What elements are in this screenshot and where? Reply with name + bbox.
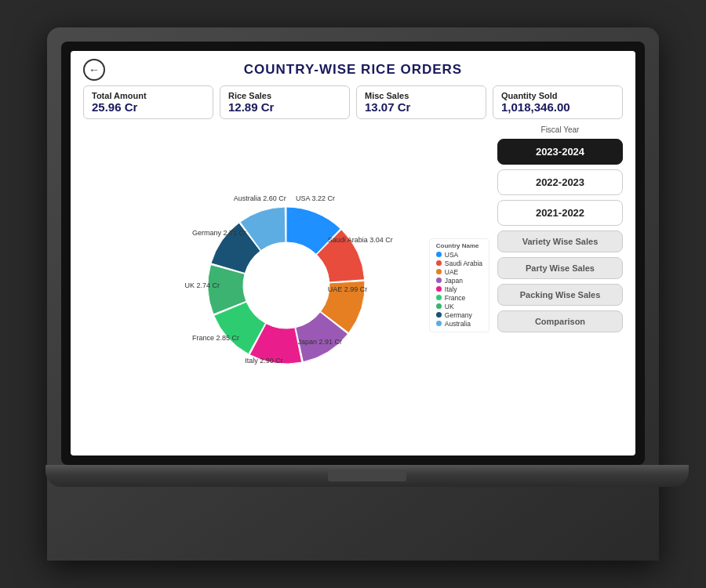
legend-item-uk: UK — [436, 303, 482, 310]
laptop-base — [45, 465, 689, 487]
legend-item-france: France — [436, 294, 482, 302]
legend-item-saudi: Saudi Arabia — [436, 260, 482, 267]
laptop-outer: ← COUNTRY-WISE RICE ORDERS Total Amount … — [47, 27, 659, 561]
legend-dot-uk — [436, 303, 442, 309]
comparison-button[interactable]: Comparison — [497, 310, 623, 332]
stat-rice-sales-value: 12.89 Cr — [228, 100, 341, 114]
legend-dot-france — [436, 295, 442, 300]
year-2023-2024-button[interactable]: 2023-2024 — [497, 139, 623, 165]
legend-dot-germany — [436, 312, 442, 318]
legend-dot-usa — [436, 252, 442, 257]
stats-row: Total Amount 25.96 Cr Rice Sales 12.89 C… — [83, 85, 623, 119]
legend-item-japan: Japan — [436, 277, 482, 285]
page-title: COUNTRY-WISE RICE ORDERS — [244, 62, 462, 78]
right-panel: Fiscal Year 2023-2024 2022-2023 2021-202… — [497, 125, 623, 445]
stat-total-amount-label: Total Amount — [92, 91, 205, 100]
screen-bezel: ← COUNTRY-WISE RICE ORDERS Total Amount … — [61, 42, 645, 465]
chart-area: Australia 2.60 Cr USA 3.22 Cr Saudi Arab… — [83, 125, 489, 445]
legend-dot-uae — [436, 269, 442, 274]
chart-legend: Country Name USA Saudi Arabia — [429, 238, 489, 332]
fiscal-year-label: Fiscal Year — [497, 125, 623, 134]
legend-dot-saudi — [436, 260, 442, 266]
stat-quantity-sold-label: Quantity Sold — [501, 91, 614, 100]
legend-item-usa: USA — [436, 251, 482, 259]
legend-dot-australia — [436, 321, 442, 326]
packing-wise-sales-button[interactable]: Packing Wise Sales — [497, 284, 623, 306]
stat-rice-sales: Rice Sales 12.89 Cr — [220, 85, 350, 119]
stat-total-amount: Total Amount 25.96 Cr — [83, 85, 213, 119]
back-button[interactable]: ← — [83, 59, 105, 81]
legend-item-germany: Germany — [436, 311, 482, 319]
legend-item-uae: UAE — [436, 268, 482, 276]
stat-rice-sales-label: Rice Sales — [228, 91, 341, 100]
trackpad[interactable] — [328, 470, 406, 481]
legend-dot-italy — [436, 286, 442, 292]
legend-item-australia: Australia — [436, 320, 482, 328]
legend-title: Country Name — [436, 242, 482, 249]
stat-quantity-sold: Quantity Sold 1,018,346.00 — [493, 85, 623, 119]
legend-item-italy: Italy — [436, 285, 482, 293]
party-wise-sales-button[interactable]: Party Wise Sales — [497, 257, 623, 279]
donut-svg — [192, 191, 380, 379]
stat-quantity-sold-value: 1,018,346.00 — [501, 100, 614, 114]
header-row: ← COUNTRY-WISE RICE ORDERS — [83, 62, 623, 78]
screen: ← COUNTRY-WISE RICE ORDERS Total Amount … — [71, 51, 635, 456]
stat-misc-sales-label: Misc Sales — [365, 91, 478, 100]
main-content: Australia 2.60 Cr USA 3.22 Cr Saudi Arab… — [83, 125, 623, 445]
stat-total-amount-value: 25.96 Cr — [92, 100, 205, 114]
year-2021-2022-button[interactable]: 2021-2022 — [497, 200, 623, 226]
dashboard: ← COUNTRY-WISE RICE ORDERS Total Amount … — [83, 62, 623, 445]
variety-wise-sales-button[interactable]: Variety Wise Sales — [497, 230, 623, 252]
year-2022-2023-button[interactable]: 2022-2023 — [497, 169, 623, 195]
donut-chart: Australia 2.60 Cr USA 3.22 Cr Saudi Arab… — [192, 191, 380, 379]
stat-misc-sales: Misc Sales 13.07 Cr — [356, 85, 486, 119]
legend-dot-japan — [436, 278, 442, 283]
stat-misc-sales-value: 13.07 Cr — [365, 100, 478, 114]
